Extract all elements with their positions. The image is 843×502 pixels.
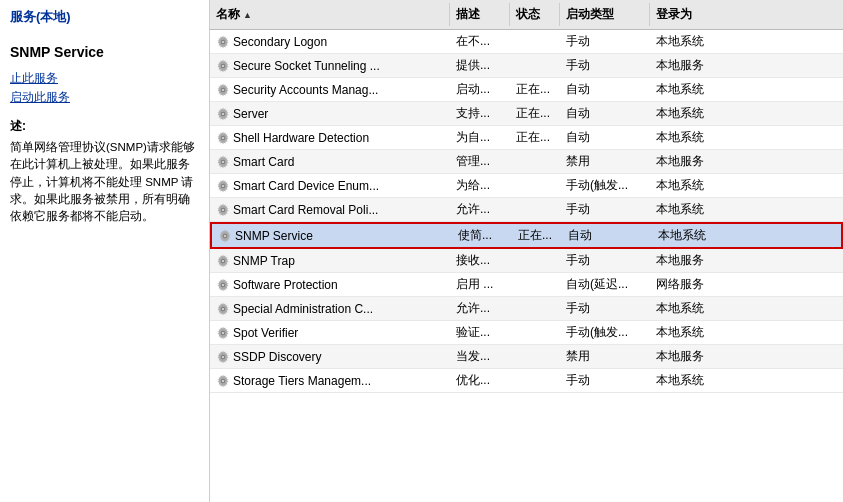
service-desc-cell: 接收... [450,249,510,272]
service-name-text: SNMP Trap [233,254,295,268]
service-name-text: Spot Verifier [233,326,298,340]
service-startup-cell: 手动 [560,249,650,272]
service-login-cell: 本地服务 [650,54,730,77]
service-desc-cell: 启用 ... [450,273,510,296]
service-login-cell: 本地系统 [652,224,732,247]
service-login-cell: 本地系统 [650,78,730,101]
table-row[interactable]: Special Administration C...允许...手动本地系统 [210,297,843,321]
action-links: 止此服务 启动此服务 [10,70,199,106]
table-row[interactable]: Shell Hardware Detection为自...正在...自动本地系统 [210,126,843,150]
svg-point-41 [222,355,225,358]
service-desc-cell: 允许... [450,297,510,320]
service-startup-cell: 手动 [560,198,650,221]
service-status-cell [510,198,560,221]
table-row[interactable]: Server支持...正在...自动本地系统 [210,102,843,126]
service-name-text: Smart Card Device Enum... [233,179,379,193]
service-login-cell: 本地服务 [650,249,730,272]
col-desc-header[interactable]: 描述 [450,3,510,26]
service-status-cell [510,321,560,344]
table-row[interactable]: Smart Card Device Enum...为给...手动(触发...本地… [210,174,843,198]
gear-icon [216,374,230,388]
gear-icon [216,278,230,292]
stop-service-link[interactable]: 止此服务 [10,70,199,87]
svg-point-20 [222,184,225,187]
table-header[interactable]: 名称 ▲ 描述 状态 启动类型 登录为 [210,0,843,30]
service-status-cell [510,30,560,53]
svg-point-2 [222,40,225,43]
col-desc-label: 描述 [456,6,480,23]
table-row[interactable]: Smart Card管理...禁用本地服务 [210,150,843,174]
description-text: 简单网络管理协议(SNMP)请求能够在此计算机上被处理。如果此服务停止，计算机将… [10,139,199,225]
service-desc-cell: 支持... [450,102,510,125]
service-name-cell: Storage Tiers Managem... [210,369,450,392]
col-startup-label: 启动类型 [566,6,614,23]
gear-icon [216,35,230,49]
description-label: 述: [10,118,199,135]
gear-icon [216,179,230,193]
service-startup-cell: 自动 [562,224,652,247]
service-startup-cell: 手动(触发... [560,321,650,344]
service-name-text: Server [233,107,268,121]
service-name-cell: Software Protection [210,273,450,296]
service-name-cell: Smart Card Removal Poli... [210,198,450,221]
svg-point-35 [222,307,225,310]
service-login-cell: 本地系统 [650,102,730,125]
service-desc-cell: 为给... [450,174,510,197]
table-row[interactable]: Storage Tiers Managem...优化...手动本地系统 [210,369,843,393]
service-status-cell [510,249,560,272]
service-desc-cell: 使简... [452,224,512,247]
gear-icon [216,254,230,268]
service-name-text: Smart Card Removal Poli... [233,203,378,217]
service-startup-cell: 自动 [560,102,650,125]
table-row[interactable]: SNMP Trap接收...手动本地服务 [210,249,843,273]
table-row[interactable]: Software Protection启用 ...自动(延迟...网络服务 [210,273,843,297]
service-name-text: Shell Hardware Detection [233,131,369,145]
service-name-cell: Shell Hardware Detection [210,126,450,149]
svg-point-17 [222,160,225,163]
service-startup-cell: 手动 [560,54,650,77]
gear-icon [216,302,230,316]
service-name-text: Smart Card [233,155,294,169]
service-desc-cell: 优化... [450,369,510,392]
service-name-cell: Secure Socket Tunneling ... [210,54,450,77]
service-name-cell: Spot Verifier [210,321,450,344]
table-row[interactable]: SSDP Discovery当发...禁用本地服务 [210,345,843,369]
panel-title: 服务(本地) [10,8,199,30]
service-login-cell: 本地系统 [650,369,730,392]
col-login-header[interactable]: 登录为 [650,3,730,26]
service-startup-cell: 自动(延迟... [560,273,650,296]
service-status-cell: 正在... [510,102,560,125]
table-row[interactable]: Security Accounts Manag...启动...正在...自动本地… [210,78,843,102]
service-name-text: Secondary Logon [233,35,327,49]
gear-icon [216,155,230,169]
service-status-cell [510,369,560,392]
service-startup-cell: 自动 [560,126,650,149]
service-desc-cell: 验证... [450,321,510,344]
restart-service-link[interactable]: 启动此服务 [10,89,199,106]
service-status-cell: 正在... [510,78,560,101]
table-row[interactable]: Spot Verifier验证...手动(触发...本地系统 [210,321,843,345]
main-container: 服务(本地) SNMP Service 止此服务 启动此服务 述: 简单网络管理… [0,0,843,502]
service-name-cell: SNMP Service [212,224,452,247]
service-status-cell [510,345,560,368]
service-desc-cell: 提供... [450,54,510,77]
service-startup-cell: 禁用 [560,345,650,368]
table-row[interactable]: SNMP Service使简...正在...自动本地系统 [210,222,843,249]
service-login-cell: 本地系统 [650,198,730,221]
service-desc-cell: 管理... [450,150,510,173]
service-login-cell: 本地系统 [650,174,730,197]
svg-point-14 [222,136,225,139]
service-startup-cell: 手动 [560,30,650,53]
table-row[interactable]: Secure Socket Tunneling ...提供...手动本地服务 [210,54,843,78]
col-name-header[interactable]: 名称 ▲ [210,3,450,26]
col-startup-header[interactable]: 启动类型 [560,3,650,26]
svg-point-38 [222,331,225,334]
svg-point-29 [222,259,225,262]
service-login-cell: 本地服务 [650,345,730,368]
table-row[interactable]: Smart Card Removal Poli...允许...手动本地系统 [210,198,843,222]
col-status-header[interactable]: 状态 [510,3,560,26]
service-startup-cell: 手动 [560,297,650,320]
service-name-text: Security Accounts Manag... [233,83,378,97]
table-row[interactable]: Secondary Logon在不...手动本地系统 [210,30,843,54]
service-startup-cell: 禁用 [560,150,650,173]
